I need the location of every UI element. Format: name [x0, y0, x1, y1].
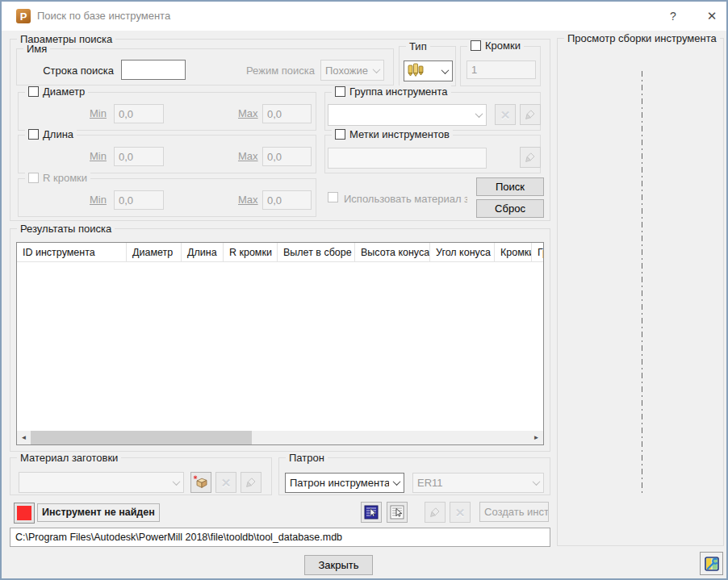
- stock-material-delete-button: ✕: [215, 472, 236, 493]
- column-header-diameter[interactable]: Диаметр: [127, 243, 182, 261]
- search-mode-label: Режим поиска: [246, 65, 315, 77]
- column-header-length[interactable]: Длина: [182, 243, 224, 261]
- stock-material-select: [19, 472, 184, 493]
- edit-pencil-icon: [524, 151, 537, 164]
- reset-button[interactable]: Сброс: [476, 199, 544, 218]
- column-header-taper-height[interactable]: Высота конуса: [355, 243, 430, 261]
- edges-label: Кромки: [485, 40, 521, 52]
- column-header-flutes[interactable]: Кромки: [495, 243, 532, 261]
- holder-type-select[interactable]: Патрон инструмента: [285, 473, 404, 493]
- tip-radius-max-input: [262, 190, 312, 210]
- stock-material-edit-button: [241, 472, 261, 493]
- tool-type-icon: [404, 62, 437, 81]
- status-color-button[interactable]: [14, 503, 35, 524]
- chevron-down-icon: [389, 480, 404, 486]
- edit-pencil-icon: [429, 506, 441, 519]
- search-mode-value: Похожие: [321, 65, 369, 77]
- scrollbar-thumb[interactable]: [31, 431, 252, 444]
- diameter-min-label: Min: [90, 107, 107, 119]
- close-dialog-button[interactable]: Закрыть: [304, 555, 373, 575]
- tool-group-delete-button: ✕: [495, 104, 516, 125]
- chevron-down-icon: [169, 480, 183, 486]
- status-message: Инструмент не найден: [37, 503, 160, 522]
- diameter-group: Диаметр Min Max: [18, 92, 316, 131]
- edit-pencil-icon: [524, 108, 537, 121]
- tip-radius-min-input: [114, 190, 164, 210]
- diameter-checkbox[interactable]: [28, 86, 39, 97]
- length-group: Длина Min Max: [18, 135, 316, 173]
- delete-icon: ✕: [221, 477, 232, 489]
- type-group: Тип: [399, 46, 456, 86]
- results-table: ID инструмента Диаметр Длина R кромки Вы…: [16, 242, 544, 445]
- tool-type-select[interactable]: [404, 61, 453, 81]
- type-group-label: Тип: [406, 40, 430, 52]
- holder-group: Патрон Патрон инструмента ER11: [278, 457, 550, 495]
- chevron-down-icon: [437, 69, 452, 74]
- powermill-logo-icon: P: [16, 9, 31, 23]
- tool-tags-checkbox[interactable]: [335, 129, 345, 140]
- tool-group-edit-button: [520, 104, 541, 125]
- length-max-label: Max: [238, 150, 258, 162]
- select-tool-button[interactable]: [361, 502, 382, 523]
- horizontal-scrollbar[interactable]: ◄ ►: [17, 431, 543, 444]
- tool-tags-input: [328, 148, 487, 169]
- use-stock-material-label: Использовать материал заго: [344, 193, 467, 205]
- holder-type-value: Патрон инструмента: [286, 477, 389, 489]
- create-stock-material-button[interactable]: [190, 472, 211, 493]
- length-max-input: [262, 147, 312, 166]
- scroll-left-icon[interactable]: ◄: [17, 431, 31, 444]
- search-string-label: Строка поиска: [27, 65, 114, 77]
- edges-checkbox[interactable]: [471, 40, 481, 51]
- holder-size-select: ER11: [412, 473, 544, 493]
- length-label: Длина: [43, 128, 73, 140]
- tool-database-search-dialog: P Поиск по базе инструмента ? ✕ Параметр…: [0, 0, 728, 580]
- title-bar: P Поиск по базе инструмента ? ✕: [2, 2, 726, 31]
- select-row-button[interactable]: [387, 502, 408, 523]
- tip-radius-min-label: Min: [90, 194, 107, 206]
- tool-tags-label: Метки инструментов: [349, 128, 450, 140]
- results-table-body: [17, 262, 543, 431]
- name-group-label: Имя: [23, 43, 50, 55]
- tip-radius-checkbox: [28, 173, 39, 183]
- status-red-indicator: [17, 506, 31, 520]
- column-header-taper-angle[interactable]: Угол конуса: [430, 243, 495, 261]
- close-window-button[interactable]: ✕: [696, 2, 728, 31]
- search-results-label: Результаты поиска: [17, 223, 115, 235]
- name-group: Имя Строка поиска Режим поиска Похожие: [16, 48, 394, 86]
- stock-block-icon: [193, 474, 209, 490]
- tool-assembly-preview-group: Просмотр сборки инструмента: [557, 38, 724, 546]
- tool-database-button[interactable]: [700, 552, 723, 575]
- diameter-min-input: [114, 104, 164, 123]
- chevron-down-icon: [471, 112, 486, 118]
- length-min-label: Min: [90, 150, 107, 162]
- tool-group-label: Группа инструмента: [349, 86, 448, 98]
- diameter-label: Диаметр: [43, 86, 85, 98]
- edges-group: Кромки: [460, 46, 541, 86]
- tool-assembly-axis: [642, 71, 642, 493]
- tool-group-checkbox[interactable]: [335, 86, 345, 97]
- database-path-field: C:\Program Files\Autodesk\PowerMill 2018…: [10, 528, 550, 547]
- column-header-group[interactable]: Гр: [532, 243, 543, 261]
- tool-tags-edit-button: [520, 147, 541, 168]
- length-checkbox[interactable]: [28, 129, 39, 140]
- tool-group-group: Группа инструмента ✕: [324, 92, 541, 131]
- length-min-input: [114, 147, 164, 166]
- delete-icon: ✕: [500, 109, 511, 121]
- results-table-header: ID инструмента Диаметр Длина R кромки Вы…: [17, 243, 543, 262]
- select-table-blue-icon: [364, 505, 379, 519]
- tip-radius-max-label: Max: [238, 194, 258, 206]
- column-header-tool-id[interactable]: ID инструмента: [17, 243, 127, 261]
- column-header-tip-radius[interactable]: R кромки: [224, 243, 278, 261]
- tip-radius-label: R кромки: [43, 172, 87, 184]
- search-mode-select: Похожие: [320, 60, 384, 81]
- search-button[interactable]: Поиск: [476, 177, 544, 196]
- edit-tool-button: [425, 502, 446, 523]
- search-string-input[interactable]: [121, 60, 186, 80]
- column-header-overhang[interactable]: Вылет в сборе: [278, 243, 355, 261]
- tool-assembly-preview-label: Просмотр сборки инструмента: [564, 32, 720, 44]
- stock-material-label: Материал заготовки: [17, 452, 121, 464]
- scroll-right-icon[interactable]: ►: [529, 431, 543, 444]
- edges-count-input: [467, 61, 536, 79]
- select-table-white-icon: [390, 505, 404, 519]
- help-button[interactable]: ?: [657, 2, 689, 31]
